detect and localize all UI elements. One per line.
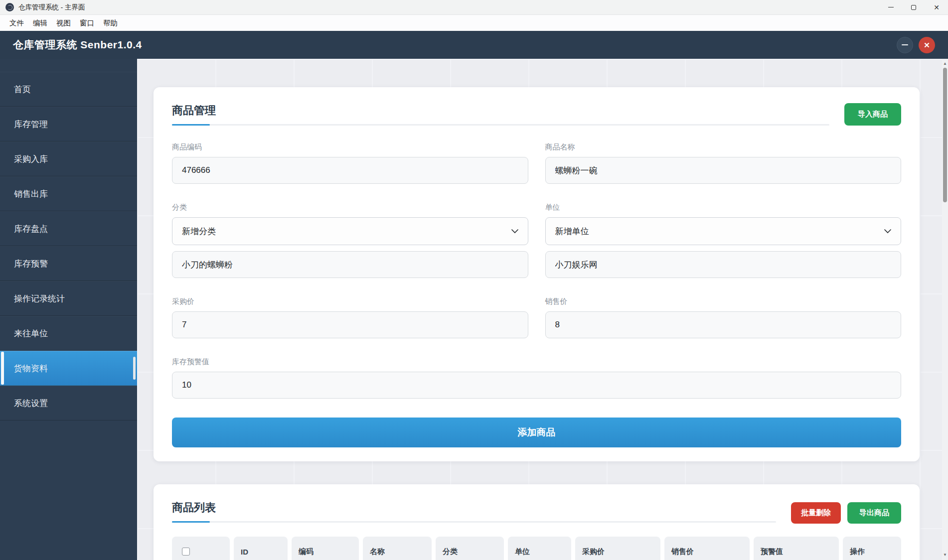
scroll-up-arrow-icon[interactable]: ▲: [942, 60, 948, 67]
scrollbar-thumb[interactable]: [943, 68, 947, 202]
column-header-actions: 操作: [843, 537, 901, 560]
column-header-sale-price: 销售价: [664, 537, 750, 560]
product-table-header: ID 编码 名称 分类 单位 采购价 销售价 预警值 操作: [172, 537, 901, 560]
sidebar-item-settings[interactable]: 系统设置: [0, 386, 137, 420]
sidebar-item-stock-alert[interactable]: 库存预警: [0, 246, 137, 281]
caption-buttons: ✕: [879, 0, 948, 14]
list-actions: 批量删除 导出商品: [791, 502, 901, 524]
field-sale-price: 销售价: [545, 297, 902, 338]
product-form: 商品编码 商品名称 分类 新增分类: [172, 142, 901, 447]
header-controls: ✕: [897, 37, 935, 53]
warn-value-input[interactable]: [172, 372, 901, 399]
product-name-input[interactable]: [545, 157, 902, 184]
unit-select[interactable]: 新增单位: [545, 217, 902, 245]
export-products-button[interactable]: 导出商品: [847, 502, 901, 524]
column-header-id: ID: [234, 537, 288, 560]
minimize-icon: [902, 44, 908, 45]
scroll-down-arrow-icon[interactable]: ▼: [942, 551, 948, 558]
product-name-label: 商品名称: [545, 142, 902, 152]
minimize-icon: [888, 7, 894, 7]
product-list-card: 商品列表 批量删除 导出商品 ID 编码 名称 分类 单位 采购价: [154, 484, 920, 560]
menu-edit[interactable]: 编辑: [28, 16, 52, 30]
menubar: 文件 编辑 视图 窗口 帮助: [0, 15, 948, 31]
new-category-input[interactable]: [172, 251, 528, 278]
select-all-checkbox[interactable]: [182, 548, 190, 556]
os-maximize-button[interactable]: [902, 0, 925, 14]
sidebar-item-inventory[interactable]: 库存管理: [0, 107, 137, 141]
menu-view[interactable]: 视图: [52, 16, 75, 30]
column-header-purchase-price: 采购价: [575, 537, 660, 560]
form-card-title: 商品管理: [172, 103, 829, 118]
field-product-name: 商品名称: [545, 142, 902, 184]
column-header-unit: 单位: [508, 537, 571, 560]
unit-label: 单位: [545, 203, 902, 212]
select-all-header-cell: [172, 537, 230, 560]
unit-selected-value: 新增单位: [555, 226, 589, 237]
column-header-category: 分类: [436, 537, 504, 560]
new-unit-input[interactable]: [545, 251, 902, 278]
sidebar-item-purchase-in[interactable]: 采购入库: [0, 141, 137, 176]
product-code-input[interactable]: [172, 157, 528, 184]
sidebar-scrollbar-thumb[interactable]: [133, 357, 136, 380]
os-titlebar: 仓库管理系统 - 主界面 ✕: [0, 0, 948, 15]
field-purchase-price: 采购价: [172, 297, 528, 338]
field-warn-value: 库存预警值: [172, 357, 901, 399]
category-label: 分类: [172, 203, 528, 212]
close-icon: ✕: [934, 4, 940, 11]
sale-price-input[interactable]: [545, 311, 902, 338]
add-product-button[interactable]: 添加商品: [172, 418, 901, 447]
batch-delete-button[interactable]: 批量删除: [791, 502, 841, 524]
product-form-card: 商品管理 导入商品 商品编码 商品名称 分类: [154, 87, 920, 461]
warn-value-label: 库存预警值: [172, 357, 901, 367]
product-code-label: 商品编码: [172, 142, 528, 152]
sidebar-item-goods-data[interactable]: 货物资料: [0, 351, 137, 386]
column-header-warn-value: 预警值: [754, 537, 839, 560]
sidebar-item-stocktake[interactable]: 库存盘点: [0, 211, 137, 246]
content-area: 商品管理 导入商品 商品编码 商品名称 分类: [137, 59, 942, 560]
window-title: 仓库管理系统 - 主界面: [18, 3, 85, 12]
card-title-wrap: 商品管理: [172, 103, 829, 126]
field-product-code: 商品编码: [172, 142, 528, 184]
sidebar-item-home[interactable]: 首页: [0, 72, 137, 107]
purchase-price-label: 采购价: [172, 297, 528, 306]
app-window: 仓库管理系统 - 主界面 ✕ 文件 编辑 视图 窗口 帮助 仓库管理系统 Sen…: [0, 0, 948, 560]
title-underline: [172, 521, 776, 523]
column-header-code: 编码: [292, 537, 359, 560]
app-minimize-button[interactable]: [897, 37, 913, 53]
list-card-title: 商品列表: [172, 500, 776, 515]
sidebar-item-operation-log[interactable]: 操作记录统计: [0, 281, 137, 316]
os-close-button[interactable]: ✕: [925, 0, 948, 14]
menu-file[interactable]: 文件: [5, 16, 28, 30]
field-unit: 单位 新增单位: [545, 203, 902, 278]
chevron-down-icon: [511, 229, 518, 234]
sidebar-item-partners[interactable]: 来往单位: [0, 316, 137, 351]
app-header: 仓库管理系统 Senber1.0.4 ✕: [0, 31, 948, 59]
column-header-name: 名称: [363, 537, 432, 560]
menu-window[interactable]: 窗口: [75, 16, 99, 30]
menu-help[interactable]: 帮助: [99, 16, 122, 30]
window-scrollbar[interactable]: ▲ ▼: [942, 59, 948, 560]
chevron-down-icon: [884, 229, 891, 234]
app-close-button[interactable]: ✕: [919, 37, 935, 53]
title-underline: [172, 124, 829, 126]
category-selected-value: 新增分类: [182, 226, 216, 237]
card-title-wrap: 商品列表: [172, 500, 776, 523]
import-products-button[interactable]: 导入商品: [844, 103, 901, 126]
purchase-price-input[interactable]: [172, 311, 528, 338]
app-icon: [5, 3, 14, 11]
close-icon: ✕: [924, 41, 930, 49]
field-category: 分类 新增分类: [172, 203, 528, 278]
app-title: 仓库管理系统 Senber1.0.4: [13, 38, 142, 52]
sidebar: 首页 库存管理 采购入库 销售出库 库存盘点 库存预警 操作记录统计 来往单位 …: [0, 59, 137, 560]
sale-price-label: 销售价: [545, 297, 902, 306]
maximize-icon: [911, 5, 916, 10]
os-minimize-button[interactable]: [879, 0, 902, 14]
sidebar-item-sales-out[interactable]: 销售出库: [0, 176, 137, 211]
category-select[interactable]: 新增分类: [172, 217, 528, 245]
